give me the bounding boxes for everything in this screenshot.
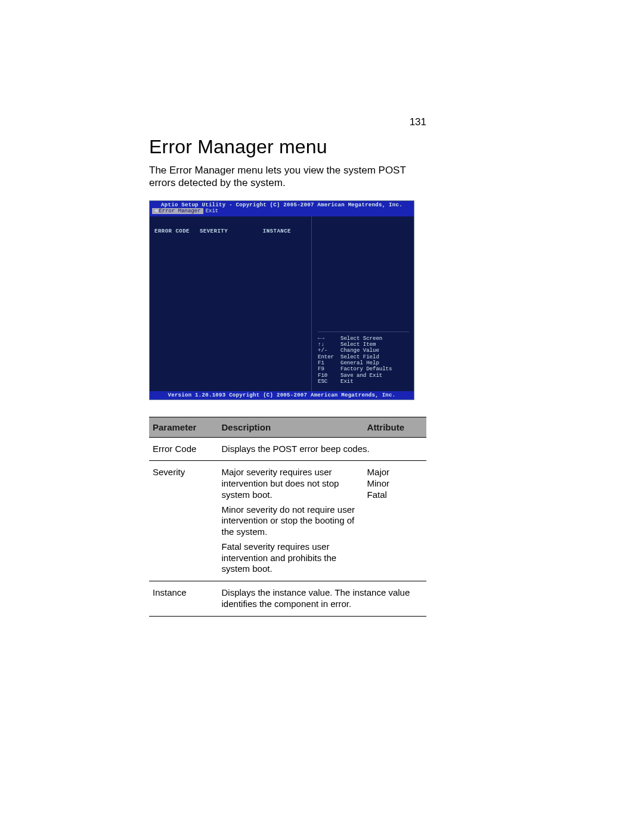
table-row: Instance Displays the instance value. Th… <box>149 581 426 617</box>
help-val: Save and Exit <box>340 373 409 379</box>
bios-tabs: ◄Error Manager Exit <box>150 208 414 215</box>
bios-help-block: ←→Select Screen ↑↓Select Item +/-Change … <box>318 332 409 385</box>
bios-left-pane: ERROR CODE SEVERITY INSTANCE <box>150 216 312 391</box>
help-val: Change Value <box>340 348 409 354</box>
cell-attr: Major Minor Fatal <box>364 461 426 581</box>
tab-label: Error Manager <box>159 208 200 214</box>
section-title: Error Manager menu <box>149 136 495 158</box>
bios-body: ERROR CODE SEVERITY INSTANCE ←→Select Sc… <box>150 216 414 391</box>
desc-line: Displays the POST error beep codes. <box>222 444 424 455</box>
help-val: Select Item <box>340 342 409 348</box>
cell-param: Instance <box>149 581 218 617</box>
desc-line: Major severity requires user interventio… <box>222 467 361 500</box>
help-key: Enter <box>318 354 340 360</box>
help-val: Select Field <box>340 354 409 360</box>
attr-line: Minor <box>367 478 424 490</box>
bios-screenshot: Aptio Setup Utility - Copyright (C) 2005… <box>149 200 414 400</box>
intro-text: The Error Manager menu lets you view the… <box>149 164 423 190</box>
th-description: Description <box>218 417 364 437</box>
cell-desc: Displays the instance value. The instanc… <box>218 581 426 617</box>
cell-desc: Displays the POST error beep codes. <box>218 437 426 461</box>
cell-param: Error Code <box>149 437 218 461</box>
th-attribute: Attribute <box>364 417 426 437</box>
bios-col-instance: INSTANCE <box>263 228 299 234</box>
bios-right-pane: ←→Select Screen ↑↓Select Item +/-Change … <box>312 216 414 391</box>
cell-param: Severity <box>149 461 218 581</box>
page-number: 131 <box>410 116 426 128</box>
table-row: Severity Major severity requires user in… <box>149 461 426 581</box>
tab-error-manager: ◄Error Manager <box>152 208 203 214</box>
desc-line: Displays the instance value. The instanc… <box>222 587 424 610</box>
table-row: Error Code Displays the POST error beep … <box>149 437 426 461</box>
help-key: ↑↓ <box>318 342 340 348</box>
left-arrow-icon: ◄ <box>154 208 157 214</box>
help-key: ESC <box>318 379 340 385</box>
bios-copyright-bottom: Version 1.20.1093 Copyright (C) 2005-200… <box>150 391 414 400</box>
attr-line: Major <box>367 467 424 478</box>
help-val: Exit <box>340 379 409 385</box>
help-key: F10 <box>318 373 340 379</box>
help-val: Factory Defaults <box>340 366 409 372</box>
bios-header: Aptio Setup Utility - Copyright (C) 2005… <box>150 201 414 216</box>
help-val: Select Screen <box>340 336 409 342</box>
tab-exit: Exit <box>203 208 221 214</box>
attr-line: Fatal <box>367 490 424 501</box>
help-key: +/- <box>318 348 340 354</box>
cell-desc: Major severity requires user interventio… <box>218 461 364 581</box>
help-key: F1 <box>318 360 340 366</box>
desc-line: Minor severity do not require user inter… <box>222 504 361 538</box>
parameter-table: Parameter Description Attribute Error Co… <box>149 417 426 617</box>
help-key: F9 <box>318 366 340 372</box>
help-key: ←→ <box>318 336 340 342</box>
bios-col-error: ERROR CODE <box>154 228 196 234</box>
bios-col-severity: SEVERITY <box>200 228 242 234</box>
bios-copyright-top: Aptio Setup Utility - Copyright (C) 2005… <box>150 202 414 208</box>
th-parameter: Parameter <box>149 417 218 437</box>
bios-column-headers: ERROR CODE SEVERITY INSTANCE <box>154 228 306 234</box>
document-page: 131 Error Manager menu The Error Manager… <box>0 0 644 833</box>
help-val: General Help <box>340 360 409 366</box>
desc-line: Fatal severity requires user interventio… <box>222 541 361 575</box>
